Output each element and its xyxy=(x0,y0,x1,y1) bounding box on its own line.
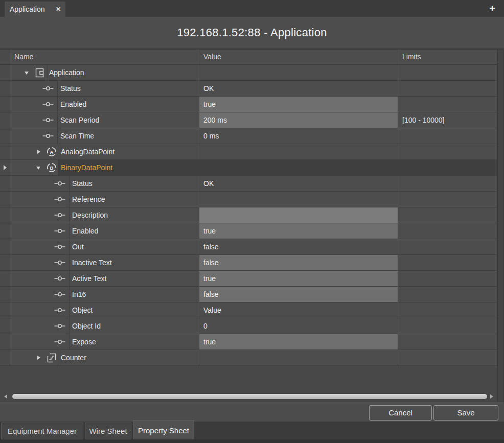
horizontal-scrollbar-thumb[interactable] xyxy=(12,394,487,399)
indent-guide xyxy=(69,287,70,302)
application-window: Application ✕ + 192.168.1.52:88 - Applic… xyxy=(0,0,504,443)
row-name: Expose xyxy=(72,334,96,349)
bottom-edge-strip xyxy=(0,439,504,443)
scroll-right-icon[interactable] xyxy=(490,394,493,399)
row-value[interactable]: true xyxy=(199,223,398,239)
row-value[interactable]: true xyxy=(199,97,398,112)
indent-guide xyxy=(57,128,58,144)
indent-guide xyxy=(57,97,58,112)
row-name-cell: Status xyxy=(10,176,199,191)
collapse-arrow-icon[interactable] xyxy=(36,167,40,170)
property-icon xyxy=(42,130,54,142)
row-name: Counter xyxy=(61,350,86,365)
row-name: Enabled xyxy=(72,223,98,239)
scroll-left-icon[interactable] xyxy=(4,394,7,399)
row-name-cell: Scan Time xyxy=(10,128,199,144)
row-value xyxy=(199,160,398,175)
indent-guide xyxy=(69,302,70,318)
row-value[interactable] xyxy=(199,207,398,223)
column-header-name: Name xyxy=(10,50,199,64)
table-row[interactable]: Outfalse xyxy=(0,239,497,255)
tab-equipment-manager[interactable]: Equipment Manager xyxy=(1,423,83,439)
property-icon xyxy=(42,114,54,126)
row-value: OK xyxy=(199,176,398,191)
table-row[interactable]: Counter xyxy=(0,350,497,366)
tab-wire-sheet[interactable]: Wire Sheet xyxy=(85,423,131,439)
row-limits xyxy=(398,144,497,159)
indent-guide xyxy=(69,255,70,270)
property-icon xyxy=(42,99,54,110)
tab-application[interactable]: Application ✕ xyxy=(5,2,65,17)
row-value: 0 ms xyxy=(199,128,398,144)
row-limits xyxy=(398,239,497,254)
row-gutter xyxy=(0,65,10,80)
row-value xyxy=(199,144,398,159)
svg-text:A: A xyxy=(50,149,54,155)
property-icon xyxy=(54,289,65,300)
row-name-cell: Reference xyxy=(10,192,199,207)
row-gutter xyxy=(0,81,10,96)
row-name: Object Id xyxy=(72,318,101,334)
indent-guide xyxy=(57,112,58,128)
table-row[interactable]: Description xyxy=(0,207,497,223)
collapse-arrow-icon[interactable] xyxy=(25,72,29,75)
row-gutter xyxy=(0,97,10,112)
table-row[interactable]: Inactive Textfalse xyxy=(0,255,497,271)
table-row[interactable]: StatusOK xyxy=(0,176,497,192)
table-row[interactable]: BBinaryDataPoint xyxy=(0,160,497,176)
property-icon xyxy=(54,209,65,221)
row-name-cell: AAnalogDataPoint xyxy=(10,144,199,159)
table-row[interactable]: Enabledtrue xyxy=(0,97,497,112)
row-value[interactable]: true xyxy=(199,271,398,286)
tab-property-sheet[interactable]: Property Sheet xyxy=(133,420,194,439)
add-tab-button[interactable]: + xyxy=(487,2,498,14)
row-limits xyxy=(398,302,497,318)
row-value[interactable]: false xyxy=(199,255,398,270)
vertical-scrollbar-track[interactable] xyxy=(497,50,504,402)
table-row[interactable]: In16false xyxy=(0,287,497,302)
row-name-cell: Object xyxy=(10,302,199,318)
table-row[interactable]: AAnalogDataPoint xyxy=(0,144,497,160)
indent-guide xyxy=(69,192,70,207)
row-name: BinaryDataPoint xyxy=(61,160,112,175)
close-icon[interactable]: ✕ xyxy=(56,2,61,17)
table-row[interactable]: ObjectValue xyxy=(0,302,497,318)
row-name-cell: Application xyxy=(10,65,199,80)
row-limits xyxy=(398,318,497,334)
row-limits xyxy=(398,207,497,223)
row-value[interactable]: true xyxy=(199,334,398,349)
row-gutter xyxy=(0,255,10,270)
indent-guide xyxy=(69,334,70,349)
property-icon xyxy=(54,178,65,189)
indent-guide xyxy=(69,318,70,334)
table-row[interactable]: Reference xyxy=(0,192,497,207)
expand-arrow-icon[interactable] xyxy=(37,356,40,360)
table-row[interactable]: Object Id0 xyxy=(0,318,497,334)
row-gutter xyxy=(0,112,10,128)
table-row[interactable]: Exposetrue xyxy=(0,334,497,350)
row-name: AnalogDataPoint xyxy=(61,144,114,159)
row-name: Reference xyxy=(72,192,105,207)
action-button-panel: Cancel Save xyxy=(0,402,504,422)
save-button[interactable]: Save xyxy=(433,405,498,421)
row-limits xyxy=(398,223,497,239)
page-title: 192.168.1.52:88 - Application xyxy=(177,26,327,39)
table-row[interactable]: Application xyxy=(0,65,497,81)
row-value[interactable]: 200 ms xyxy=(199,112,398,128)
table-row[interactable]: StatusOK xyxy=(0,81,497,97)
expand-arrow-icon[interactable] xyxy=(37,150,40,154)
row-gutter xyxy=(0,192,10,207)
header-gutter xyxy=(0,50,10,64)
table-row[interactable]: Active Texttrue xyxy=(0,271,497,287)
current-row-marker-icon xyxy=(4,165,7,170)
property-tree: ApplicationStatusOKEnabledtrueScan Perio… xyxy=(0,65,504,366)
row-name-cell: Expose xyxy=(10,334,199,349)
cancel-button[interactable]: Cancel xyxy=(369,405,432,421)
horizontal-scrollbar[interactable] xyxy=(0,391,497,402)
table-row[interactable]: Enabledtrue xyxy=(0,223,497,239)
table-row[interactable]: Scan Time0 ms xyxy=(0,128,497,144)
row-value[interactable]: false xyxy=(199,287,398,302)
row-name-cell: Object Id xyxy=(10,318,199,334)
row-value: 0 xyxy=(199,318,398,334)
table-row[interactable]: Scan Period200 ms[100 - 10000] xyxy=(0,112,497,128)
